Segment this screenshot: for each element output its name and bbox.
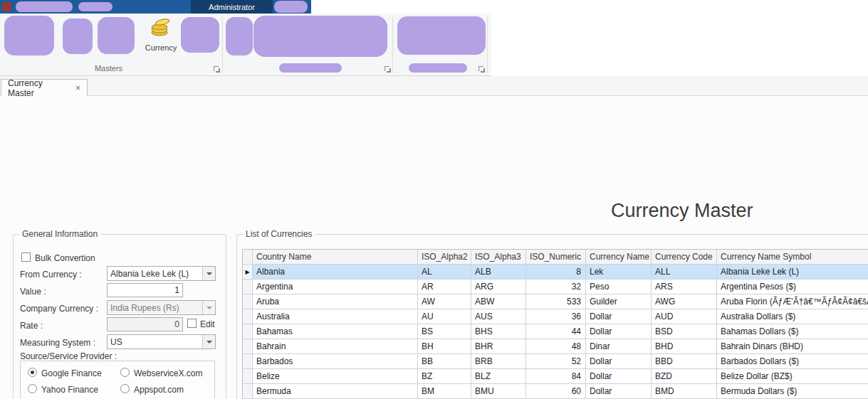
cell[interactable]: Aruba Florin (ÃƒÆ'Ã†â€™ÃƒÂ¢Ã¢â€šÂ¬Ã…Â¡Ãƒ… [717, 294, 868, 309]
row-selector[interactable] [243, 294, 253, 309]
cell[interactable]: AU [418, 309, 471, 324]
dialog-launcher-icon[interactable] [385, 66, 392, 73]
cell[interactable]: 44 [526, 324, 586, 339]
cell[interactable]: 48 [526, 339, 586, 354]
measuring-system-combo[interactable]: US [107, 334, 216, 349]
rate-input[interactable]: 0 [107, 317, 183, 331]
tab-administrator[interactable]: Administrator [191, 0, 273, 14]
cell[interactable]: Albania [253, 265, 418, 280]
cell[interactable]: Dollar [586, 369, 652, 384]
from-currency-combo[interactable]: Albania Leke Lek (L) [107, 266, 216, 281]
cell[interactable]: Argentina Pesos ($) [717, 280, 868, 294]
select-all-corner[interactable] [243, 250, 253, 265]
cell[interactable]: Guilder [586, 294, 652, 309]
cell[interactable]: Bermuda [253, 384, 418, 399]
tab-currency-master[interactable]: Currency Master × [1, 79, 88, 96]
cell[interactable]: BB [418, 354, 471, 369]
cell[interactable]: BLZ [471, 369, 526, 384]
cell[interactable]: Bahrain [253, 339, 418, 354]
cell[interactable]: Dollar [586, 384, 652, 399]
table-row[interactable]: AlbaniaALALB8LekALLAlbania Leke Lek (L) [243, 265, 868, 280]
cell[interactable]: Peso [586, 280, 652, 294]
cell[interactable]: AR [418, 280, 471, 294]
company-currency-combo[interactable]: India Rupees (Rs) [107, 300, 216, 315]
cell[interactable]: ALL [652, 265, 717, 280]
cell[interactable]: BM [418, 384, 471, 399]
column-header[interactable]: Currency Name [586, 250, 652, 265]
cell[interactable]: 84 [526, 369, 586, 384]
cell[interactable]: ARS [652, 280, 717, 294]
radio-icon[interactable] [120, 368, 130, 377]
cell[interactable]: Lek [586, 265, 652, 280]
column-header[interactable]: Country Name [253, 250, 418, 265]
cell[interactable]: BS [418, 324, 471, 339]
cell[interactable]: Bahrain Dinars (BHD) [717, 339, 868, 354]
radio-icon[interactable] [28, 384, 37, 393]
cell[interactable]: Dollar [586, 309, 652, 324]
dialog-launcher-icon[interactable] [214, 66, 221, 73]
table-row[interactable]: BelizeBZBLZ84DollarBZDBelize Dollar (BZ$… [243, 369, 868, 384]
radio-icon[interactable] [28, 368, 37, 377]
column-header[interactable]: Currency Name Symbol [717, 250, 868, 265]
table-row[interactable]: BahamasBSBHS44DollarBSDBahamas Dollars (… [243, 324, 868, 339]
cell[interactable]: Belize Dollar (BZ$) [717, 369, 868, 384]
close-icon[interactable]: × [75, 83, 80, 93]
cell[interactable]: BMD [652, 384, 717, 399]
table-row[interactable]: BahrainBHBHR48DinarBHDBahrain Dinars (BH… [243, 339, 868, 354]
row-selector[interactable] [243, 324, 253, 339]
row-selector[interactable] [243, 354, 253, 369]
column-header[interactable]: ISO_Numeric [526, 250, 586, 265]
cell[interactable]: BZ [418, 369, 471, 384]
cell[interactable]: ALB [471, 265, 526, 280]
cell[interactable]: BBD [652, 354, 717, 369]
cell[interactable]: AW [418, 294, 471, 309]
table-row[interactable]: AustraliaAUAUS36DollarAUDAustralia Dolla… [243, 309, 868, 324]
row-selector[interactable] [243, 309, 253, 324]
cell[interactable]: 52 [526, 354, 586, 369]
cell[interactable]: Dollar [586, 324, 652, 339]
cell[interactable]: Aruba [253, 294, 418, 309]
table-row[interactable]: ArubaAWABW533GuilderAWGAruba Florin (ÃƒÆ… [243, 294, 868, 309]
cell[interactable]: BH [418, 339, 471, 354]
cell[interactable]: Albania Leke Lek (L) [717, 265, 868, 280]
cell[interactable]: Bahamas Dollars ($) [717, 324, 868, 339]
column-header[interactable]: ISO_Alpha3 [471, 250, 526, 265]
cell[interactable]: Bermuda Dollars ($) [717, 384, 868, 399]
table-row[interactable]: BarbadosBBBRB52DollarBBDBarbados Dollars… [243, 354, 868, 369]
cell[interactable]: BMU [471, 384, 526, 399]
cell[interactable]: 36 [526, 309, 586, 324]
row-selector[interactable] [243, 280, 253, 294]
row-selector[interactable] [243, 384, 253, 399]
cell[interactable]: BHD [652, 339, 717, 354]
cell[interactable]: ABW [471, 294, 526, 309]
cell[interactable]: AUD [652, 309, 717, 324]
cell[interactable]: Dinar [586, 339, 652, 354]
cell[interactable]: 32 [526, 280, 586, 294]
cell[interactable]: Argentina [253, 280, 418, 294]
table-row[interactable]: ArgentinaARARG32PesoARSArgentina Pesos (… [243, 280, 868, 294]
cell[interactable]: AUS [471, 309, 526, 324]
cell[interactable]: BHR [471, 339, 526, 354]
cell[interactable]: Dollar [586, 354, 652, 369]
edit-checkbox[interactable] [187, 319, 197, 328]
cell[interactable]: Barbados Dollars ($) [717, 354, 868, 369]
column-header[interactable]: Currency Code [652, 250, 717, 265]
cell[interactable]: BSD [652, 324, 717, 339]
column-header[interactable]: ISO_Alpha2 [418, 250, 471, 265]
row-selector[interactable] [243, 339, 253, 354]
chevron-down-icon[interactable] [202, 267, 215, 280]
dialog-launcher-icon[interactable] [479, 66, 486, 73]
bulk-convertion-checkbox[interactable] [21, 252, 31, 262]
value-input[interactable]: 1 [107, 283, 183, 297]
cell[interactable]: BHS [471, 324, 526, 339]
cell[interactable]: Australia [253, 309, 418, 324]
cell[interactable]: BZD [652, 369, 717, 384]
cell[interactable]: Bahamas [253, 324, 418, 339]
cell[interactable]: ARG [471, 280, 526, 294]
radio-icon[interactable] [120, 384, 130, 393]
cell[interactable]: 533 [526, 294, 586, 309]
cell[interactable]: AWG [652, 294, 717, 309]
table-row[interactable]: BermudaBMBMU60DollarBMDBermuda Dollars (… [243, 384, 868, 399]
chevron-down-icon[interactable] [202, 335, 215, 349]
cell[interactable]: AL [418, 265, 471, 280]
